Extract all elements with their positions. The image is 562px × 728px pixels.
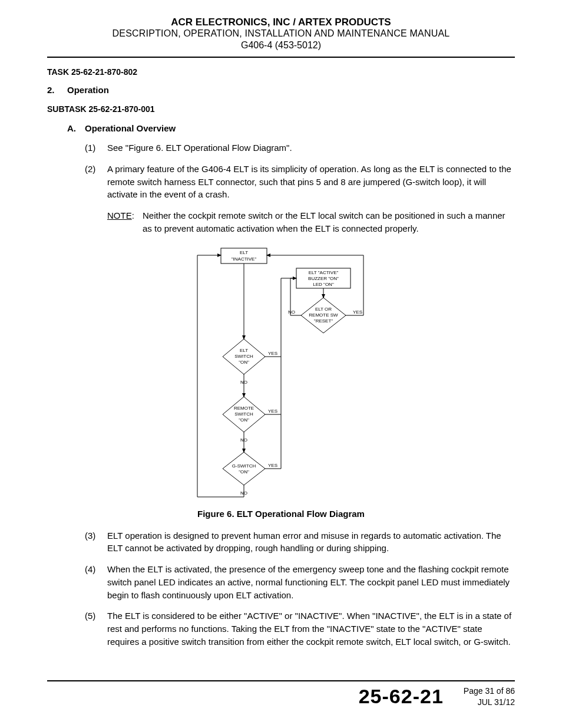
task-id: TASK 25-62-21-870-802: [47, 67, 515, 77]
svg-text:ELT "ACTIVE": ELT "ACTIVE": [309, 270, 339, 275]
svg-text:SWITCH: SWITCH: [234, 354, 253, 359]
svg-text:YES: YES: [268, 463, 277, 468]
svg-text:NO: NO: [240, 380, 247, 385]
svg-text:SWITCH: SWITCH: [234, 411, 253, 417]
list-item: (5) The ELT is considered to be either "…: [85, 610, 515, 648]
svg-text:ELT: ELT: [240, 250, 248, 255]
item-text: When the ELT is activated, the presence …: [107, 563, 515, 601]
note-block: NOTE: Neither the cockpit remote switch …: [107, 209, 515, 235]
svg-text:NO: NO: [240, 437, 247, 443]
svg-text:"ON": "ON": [239, 469, 249, 475]
header-rule: [47, 57, 515, 58]
footer-rule: [47, 680, 515, 681]
doc-header: ACR ELECTRONICS, INC / ARTEX PRODUCTS DE…: [47, 17, 515, 51]
item-number: (2): [85, 163, 107, 201]
list-item: (1) See "Figure 6. ELT Operational Flow …: [85, 141, 515, 154]
svg-text:YES: YES: [268, 409, 277, 414]
item-text: A primary feature of the G406-4 ELT is i…: [107, 163, 515, 201]
subsection-title: Operational Overview: [85, 123, 176, 133]
subsection-letter: A.: [67, 123, 85, 133]
svg-text:YES: YES: [353, 309, 362, 315]
item-number: (1): [85, 141, 107, 154]
section-heading: 2. Operation: [47, 85, 515, 95]
figure-caption: Figure 6. ELT Operational Flow Diagram: [47, 509, 515, 519]
header-model: G406-4 (453-5012): [47, 40, 515, 51]
section-title: Operation: [67, 85, 109, 95]
svg-text:BUZZER "ON": BUZZER "ON": [308, 276, 339, 281]
chapter-number: 25-62-21: [359, 685, 444, 708]
item-number: (5): [85, 610, 107, 648]
note-text: Neither the cockpit remote switch or the…: [143, 209, 515, 235]
svg-text:"ON": "ON": [239, 360, 249, 365]
page-footer: 25-62-21 Page 31 of 86 JUL 31/12: [47, 672, 515, 708]
svg-text:G-SWITCH: G-SWITCH: [232, 463, 256, 469]
list-item: (3) ELT operation is designed to prevent…: [85, 529, 515, 555]
figure-6: ELT "INACTIVE" ELT "ACTIVE" BUZZER "ON" …: [47, 245, 515, 504]
svg-text:"RESET": "RESET": [314, 318, 333, 324]
svg-text:NO: NO: [240, 490, 247, 496]
subtask-id: SUBTASK 25-62-21-870-001: [47, 104, 515, 114]
revision-date: JUL 31/12: [464, 697, 515, 708]
svg-text:REMOTE: REMOTE: [234, 406, 254, 411]
page: ACR ELECTRONICS, INC / ARTEX PRODUCTS DE…: [0, 0, 562, 728]
item-text: See "Figure 6. ELT Operational Flow Diag…: [107, 141, 515, 154]
section-number: 2.: [47, 85, 67, 95]
svg-text:ELT: ELT: [240, 348, 248, 353]
header-company: ACR ELECTRONICS, INC / ARTEX PRODUCTS: [47, 17, 515, 28]
svg-text:LED "ON": LED "ON": [313, 282, 334, 287]
item-number: (3): [85, 529, 107, 555]
list-item: (2) A primary feature of the G406-4 ELT …: [85, 163, 515, 201]
svg-text:ELT OR: ELT OR: [315, 307, 332, 312]
subsection-heading: A. Operational Overview: [67, 123, 515, 133]
svg-text:"INACTIVE": "INACTIVE": [232, 256, 257, 262]
svg-marker-20: [223, 452, 265, 485]
svg-text:NO: NO: [288, 309, 295, 315]
svg-text:"ON": "ON": [239, 417, 249, 423]
svg-text:REMOTE SW: REMOTE SW: [309, 312, 338, 318]
note-label: NOTE:: [107, 209, 143, 235]
list-item: (4) When the ELT is activated, the prese…: [85, 563, 515, 601]
svg-text:YES: YES: [268, 351, 277, 356]
item-text: ELT operation is designed to prevent hum…: [107, 529, 515, 555]
page-number: Page 31 of 86: [464, 686, 515, 697]
item-text: The ELT is considered to be either "ACTI…: [107, 610, 515, 648]
header-manual-title: DESCRIPTION, OPERATION, INSTALLATION AND…: [47, 28, 515, 39]
item-number: (4): [85, 563, 107, 601]
